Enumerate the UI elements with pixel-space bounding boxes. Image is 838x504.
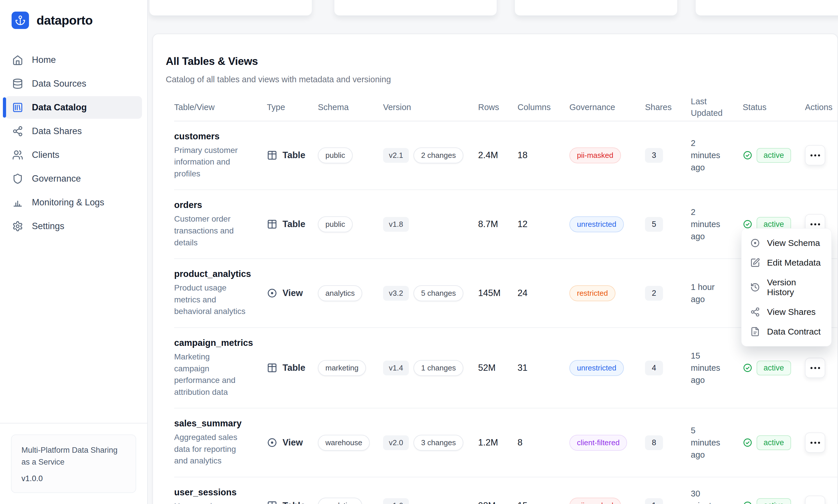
- type-label: Table: [283, 501, 305, 504]
- rows-count: 98M: [478, 491, 518, 504]
- table-row: customers Primary customer information a…: [174, 121, 838, 190]
- tables-table: Table/View Type Schema Version Rows Colu…: [174, 94, 838, 504]
- governance-badge: pii-masked: [569, 147, 621, 163]
- sidebar-item-label: Governance: [32, 174, 81, 184]
- check-circle-icon: [743, 219, 752, 229]
- table-type-icon: [267, 363, 277, 373]
- col-header-shares: Shares: [645, 102, 691, 113]
- rows-count: 52M: [478, 353, 518, 383]
- col-header-schema: Schema: [318, 102, 383, 113]
- sidebar-item-monitoring-logs[interactable]: Monitoring & Logs: [5, 191, 142, 214]
- sidebar-item-label: Home: [32, 55, 56, 65]
- table-type-icon: [267, 501, 277, 504]
- stat-card-partial: [334, 0, 497, 16]
- sidebar-item-governance[interactable]: Governance: [5, 167, 142, 190]
- menu-item-version-history[interactable]: Version History: [742, 273, 831, 302]
- table-row: sales_summary Aggregated sales data for …: [174, 409, 838, 478]
- col-header-last-updated: Last Updated: [691, 96, 743, 119]
- col-header-table-view: Table/View: [174, 102, 267, 113]
- row-actions-menu: View Schema Edit Metadata Version Histor…: [741, 228, 832, 346]
- table-row: campaign_metrics Marketing campaign perf…: [174, 328, 838, 409]
- schema-badge: analytics: [318, 285, 362, 301]
- table-row: user_sessions User session tracking and …: [174, 478, 838, 504]
- type-label: View: [283, 288, 303, 298]
- view-type-icon: [267, 437, 277, 448]
- sidebar-item-data-shares[interactable]: Data Shares: [5, 120, 142, 143]
- shares-count-badge: 3: [645, 148, 663, 163]
- sidebar-item-label: Monitoring & Logs: [32, 197, 104, 208]
- menu-item-data-contract[interactable]: Data Contract: [742, 322, 831, 342]
- changes-badge: 1 changes: [413, 360, 463, 376]
- columns-count: 31: [518, 353, 569, 383]
- schema-badge: analytics: [318, 498, 362, 504]
- status-badge: active: [756, 435, 791, 450]
- anchor-logo-icon: [12, 12, 29, 29]
- last-updated: 1 hour ago: [691, 271, 730, 315]
- last-updated: 2 minutes ago: [691, 127, 730, 183]
- sidebar-item-data-sources[interactable]: Data Sources: [5, 72, 142, 95]
- sidebar-item-settings[interactable]: Settings: [5, 215, 142, 237]
- brand-name: dataporto: [36, 13, 93, 28]
- table-header-row: Table/View Type Schema Version Rows Colu…: [174, 94, 838, 121]
- check-circle-icon: [743, 438, 752, 448]
- sidebar-item-home[interactable]: Home: [5, 49, 142, 71]
- menu-item-view-shares[interactable]: View Shares: [742, 302, 831, 322]
- version-badge: v2.0: [383, 435, 409, 450]
- table-name: product_analytics: [174, 269, 261, 279]
- changes-badge: 3 changes: [413, 435, 463, 451]
- view-type-icon: [267, 288, 277, 298]
- row-actions-button[interactable]: [805, 432, 825, 453]
- table-name: campaign_metrics: [174, 338, 261, 348]
- bar-chart-icon: [12, 197, 23, 208]
- row-actions-button[interactable]: [805, 358, 825, 378]
- columns-count: 12: [518, 209, 569, 239]
- table-name: customers: [174, 131, 261, 142]
- version-badge: v1.4: [383, 361, 409, 375]
- changes-badge: 5 changes: [413, 285, 463, 301]
- sidebar-item-clients[interactable]: Clients: [5, 144, 142, 166]
- governance-badge: unrestricted: [569, 360, 624, 376]
- type-label: View: [283, 437, 303, 448]
- main-content: All Tables & Views Catalog of all tables…: [148, 0, 838, 504]
- check-circle-icon: [743, 150, 752, 160]
- col-header-version: Version: [383, 102, 478, 113]
- panel-subtitle: Catalog of all tables and views with met…: [166, 75, 837, 84]
- menu-item-view-schema[interactable]: View Schema: [742, 233, 831, 253]
- table-type-icon: [267, 219, 277, 229]
- table-name: sales_summary: [174, 418, 261, 429]
- users-icon: [12, 149, 23, 160]
- status-badge: active: [756, 498, 791, 504]
- sidebar-item-label: Clients: [32, 150, 59, 160]
- schema-badge: public: [318, 147, 353, 163]
- eye-icon: [750, 238, 760, 248]
- shares-count-badge: 8: [645, 435, 663, 450]
- table-type-icon: [267, 150, 277, 160]
- menu-item-edit-metadata[interactable]: Edit Metadata: [742, 253, 831, 273]
- row-actions-button[interactable]: [805, 496, 825, 504]
- shield-icon: [12, 173, 23, 184]
- sidebar-item-data-catalog[interactable]: Data Catalog: [5, 96, 142, 119]
- document-icon: [750, 327, 760, 337]
- columns-count: 15: [518, 491, 569, 504]
- sidebar-item-label: Data Shares: [32, 126, 82, 137]
- last-updated: 5 minutes ago: [691, 414, 730, 471]
- stat-card-partial: [515, 0, 677, 16]
- table-description: Marketing campaign performance and attri…: [174, 351, 247, 398]
- col-header-type: Type: [267, 102, 318, 113]
- status-badge: active: [756, 361, 791, 375]
- check-circle-icon: [743, 363, 752, 373]
- schema-badge: marketing: [318, 360, 366, 376]
- version-badge: v1.8: [383, 217, 409, 232]
- columns-count: 8: [518, 428, 569, 458]
- shares-count-badge: 1: [645, 498, 663, 504]
- col-header-columns: Columns: [518, 102, 569, 113]
- version-badge: v1.6: [383, 498, 409, 504]
- sidebar-footer: Multi-Platform Data Sharing as a Service…: [0, 423, 147, 504]
- table-row: product_analytics Product usage metrics …: [174, 259, 838, 328]
- sidebar-footer-card: Multi-Platform Data Sharing as a Service…: [11, 434, 136, 493]
- governance-badge: pii-masked: [569, 498, 621, 504]
- edit-icon: [750, 258, 760, 268]
- row-actions-button[interactable]: [805, 145, 825, 165]
- app-tagline: Multi-Platform Data Sharing as a Service: [21, 444, 126, 468]
- col-header-rows: Rows: [478, 102, 518, 113]
